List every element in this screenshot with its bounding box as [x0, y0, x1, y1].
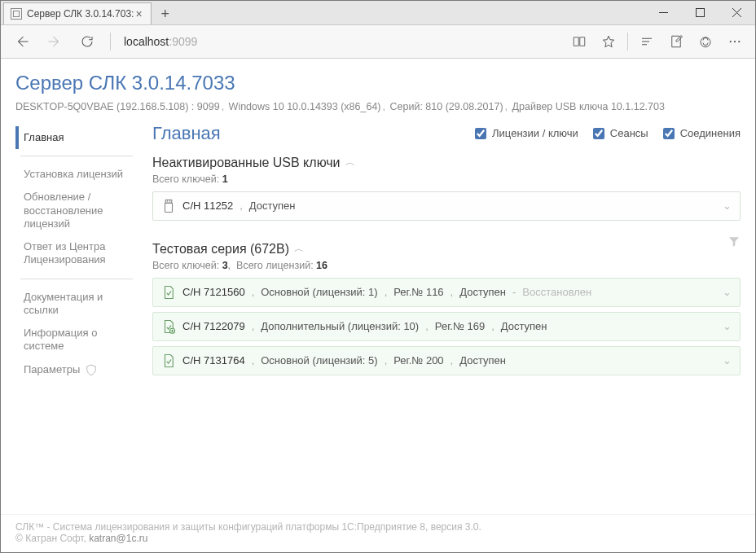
- forward-button[interactable]: [40, 30, 69, 53]
- chevron-up-icon: ︿: [345, 156, 355, 169]
- filter-licenses-cb[interactable]: [475, 128, 486, 139]
- file-check-icon: [161, 353, 176, 368]
- usb-status: Доступен: [249, 200, 296, 212]
- usb-key-row[interactable]: С/Н 11252, Доступен ⌄: [152, 191, 741, 221]
- new-tab-button[interactable]: +: [154, 4, 177, 24]
- filter-licenses[interactable]: Лицензии / ключи: [472, 125, 578, 142]
- favorite-icon[interactable]: [595, 30, 622, 53]
- sidebar-item-sysinfo[interactable]: Информация о системе: [15, 322, 138, 358]
- file-check-icon: [161, 285, 176, 300]
- filter-sessions[interactable]: Сеансы: [590, 125, 648, 142]
- test-section-title[interactable]: Тестовая серия (672B) ︿: [152, 242, 304, 257]
- more-icon[interactable]: [721, 30, 749, 53]
- sidebar: Главная Установка лицензий Обновление / …: [15, 123, 138, 514]
- back-button[interactable]: [7, 30, 37, 53]
- sidebar-item-docs[interactable]: Документация и ссылки: [15, 286, 138, 323]
- chevron-down-icon: ⌄: [723, 286, 732, 298]
- series-info: Серий: 810 (29.08.2017): [390, 101, 503, 112]
- tab-title: Сервер СЛК 3.0.14.703:: [27, 8, 134, 20]
- hub-icon[interactable]: [633, 30, 661, 53]
- svg-point-2: [730, 41, 732, 42]
- page-subtitle: DESKTOP-5Q0VBAE (192.168.5.108) : 9099, …: [15, 99, 741, 115]
- usb-section-sub: Всего ключей: 1: [152, 173, 741, 185]
- chevron-down-icon: ⌄: [723, 320, 732, 332]
- file-plus-icon: [161, 319, 176, 334]
- sidebar-item-home[interactable]: Главная: [15, 126, 138, 149]
- sidebar-item-update[interactable]: Обновление / восстановление лицензий: [15, 186, 138, 235]
- filter-connections[interactable]: Соединения: [660, 125, 741, 142]
- shield-icon: [85, 363, 98, 376]
- footer-line1: СЛК™ - Система лицензирования и защиты к…: [15, 521, 741, 533]
- chevron-up-icon: ︿: [294, 242, 304, 256]
- reading-view-icon[interactable]: [565, 30, 593, 53]
- sidebar-item-label: Параметры: [24, 363, 80, 376]
- browser-toolbar: localhost:9099: [1, 25, 755, 59]
- address-host: localhost: [124, 35, 169, 48]
- notes-icon[interactable]: [662, 30, 690, 53]
- filter-sessions-cb[interactable]: [593, 128, 604, 139]
- tabstrip: Сервер СЛК 3.0.14.703: × +: [1, 1, 177, 24]
- footer: СЛК™ - Система лицензирования и защиты к…: [1, 514, 755, 552]
- page: Сервер СЛК 3.0.14.7033 DESKTOP-5Q0VBAE (…: [1, 59, 755, 552]
- svg-point-3: [734, 41, 736, 42]
- license-row[interactable]: С/Н 7131764, Основной (лицензий: 5), Рег…: [152, 346, 741, 375]
- main-content: Главная Лицензии / ключи Сеансы Соединен…: [138, 123, 741, 514]
- license-row[interactable]: С/Н 7121560, Основной (лицензий: 1), Рег…: [152, 278, 741, 307]
- chevron-down-icon: ⌄: [723, 200, 732, 212]
- driver-info: Драйвер USB ключа 10.1.12.703: [512, 101, 665, 112]
- app-window: Сервер СЛК 3.0.14.703: × +: [0, 0, 756, 553]
- svg-rect-0: [697, 9, 705, 17]
- tab-close-icon[interactable]: ×: [134, 8, 143, 20]
- main-title: Главная: [152, 123, 221, 144]
- sidebar-item-settings[interactable]: Параметры: [15, 358, 138, 381]
- minimize-button[interactable]: [645, 1, 682, 24]
- usb-section-title[interactable]: Неактивированные USB ключи ︿: [152, 156, 741, 170]
- svg-rect-6: [165, 203, 173, 212]
- page-icon: [11, 8, 22, 20]
- filter-icon[interactable]: [727, 235, 741, 250]
- os-info: Windows 10 10.0.14393 (x86_64): [229, 101, 381, 112]
- close-button[interactable]: [719, 1, 755, 24]
- filters: Лицензии / ключи Сеансы Соединения: [472, 125, 741, 142]
- refresh-button[interactable]: [73, 30, 102, 53]
- sidebar-item-install[interactable]: Установка лицензий: [15, 163, 138, 186]
- license-row[interactable]: С/Н 7122079, Дополнительный (лицензий: 1…: [152, 312, 741, 341]
- page-title: Сервер СЛК 3.0.14.7033: [15, 72, 741, 94]
- browser-tab[interactable]: Сервер СЛК 3.0.14.703: ×: [3, 2, 152, 24]
- chevron-down-icon: ⌄: [723, 354, 732, 366]
- share-icon[interactable]: [692, 30, 719, 53]
- usb-icon: [161, 199, 176, 213]
- svg-point-4: [738, 41, 740, 42]
- usb-sn: С/Н 11252: [182, 200, 233, 212]
- sidebar-item-response[interactable]: Ответ из Центра Лицензирования: [15, 235, 138, 272]
- test-section-sub: Всего ключей: 3, Всего лицензий: 16: [152, 260, 741, 271]
- titlebar: Сервер СЛК 3.0.14.703: × +: [1, 1, 755, 25]
- filter-connections-cb[interactable]: [663, 128, 675, 139]
- window-controls: [645, 1, 755, 24]
- host-info: DESKTOP-5Q0VBAE (192.168.5.108) : 9099: [15, 101, 220, 112]
- maximize-button[interactable]: [682, 1, 719, 24]
- footer-prefix: © Катран Софт,: [15, 533, 89, 544]
- address-port: :9099: [169, 35, 197, 48]
- address-bar[interactable]: localhost:9099: [119, 35, 556, 48]
- footer-email[interactable]: katran@1c.ru: [89, 533, 147, 544]
